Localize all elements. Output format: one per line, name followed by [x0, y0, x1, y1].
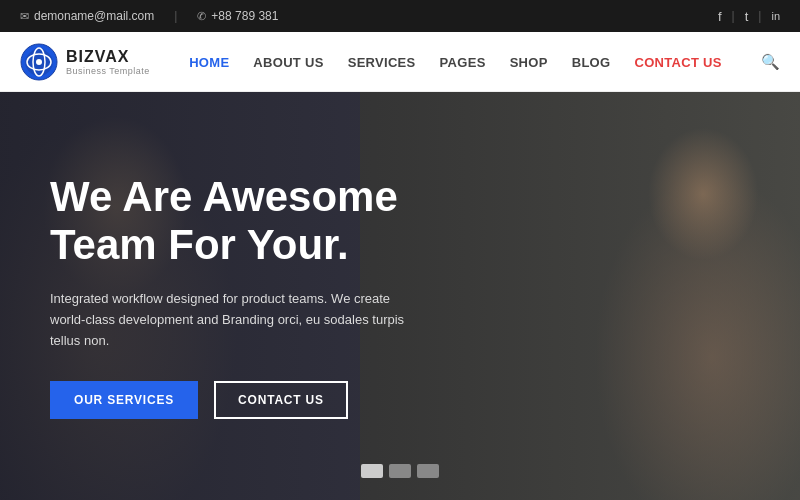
nav-pages[interactable]: PAGES [440, 55, 486, 70]
nav-shop[interactable]: SHOP [510, 55, 548, 70]
email-icon: ✉ [20, 10, 29, 23]
slider-dot-3[interactable] [417, 464, 439, 478]
slider-dots [361, 464, 439, 478]
nav-services[interactable]: SERVICES [348, 55, 416, 70]
our-services-button[interactable]: OUR SERVICES [50, 381, 198, 419]
top-bar-contacts: ✉ demoname@mail.com | ✆ +88 789 381 [20, 9, 278, 23]
nav-about[interactable]: ABOUT US [253, 55, 323, 70]
divider: | [174, 9, 177, 23]
phone-contact: ✆ +88 789 381 [197, 9, 278, 23]
hero-section: We Are Awesome Team For Your. Integrated… [0, 92, 800, 500]
contact-us-button[interactable]: CONTACT US [214, 381, 348, 419]
logo-icon [20, 43, 58, 81]
hero-title-line1: We Are Awesome [50, 173, 398, 220]
linkedin-icon[interactable]: in [771, 10, 780, 22]
slider-dot-2[interactable] [389, 464, 411, 478]
logo-tagline: Business Template [66, 66, 150, 76]
nav-contact[interactable]: CONTACT US [634, 55, 721, 70]
logo[interactable]: BIZVAX Business Template [20, 43, 150, 81]
svg-point-3 [36, 59, 42, 65]
nav-menu: HOME ABOUT US SERVICES PAGES SHOP BLOG C… [189, 53, 722, 71]
email-text: demoname@mail.com [34, 9, 154, 23]
slider-dot-1[interactable] [361, 464, 383, 478]
search-icon[interactable]: 🔍 [761, 53, 780, 71]
nav-home[interactable]: HOME [189, 55, 229, 70]
social-divider-2: | [758, 9, 761, 23]
phone-icon: ✆ [197, 10, 206, 23]
logo-text: BIZVAX Business Template [66, 48, 150, 76]
social-links: f | t | in [718, 9, 780, 24]
hero-content: We Are Awesome Team For Your. Integrated… [0, 173, 460, 420]
twitter-icon[interactable]: t [745, 9, 749, 24]
navbar: BIZVAX Business Template HOME ABOUT US S… [0, 32, 800, 92]
hero-title-line2: Team For Your. [50, 221, 349, 268]
social-divider-1: | [732, 9, 735, 23]
hero-title: We Are Awesome Team For Your. [50, 173, 410, 270]
hero-buttons: OUR SERVICES CONTACT US [50, 381, 410, 419]
hero-subtitle: Integrated workflow designed for product… [50, 289, 410, 351]
nav-blog[interactable]: BLOG [572, 55, 611, 70]
logo-name: BIZVAX [66, 48, 150, 66]
phone-text: +88 789 381 [211, 9, 278, 23]
facebook-icon[interactable]: f [718, 9, 722, 24]
email-contact: ✉ demoname@mail.com [20, 9, 154, 23]
top-bar: ✉ demoname@mail.com | ✆ +88 789 381 f | … [0, 0, 800, 32]
